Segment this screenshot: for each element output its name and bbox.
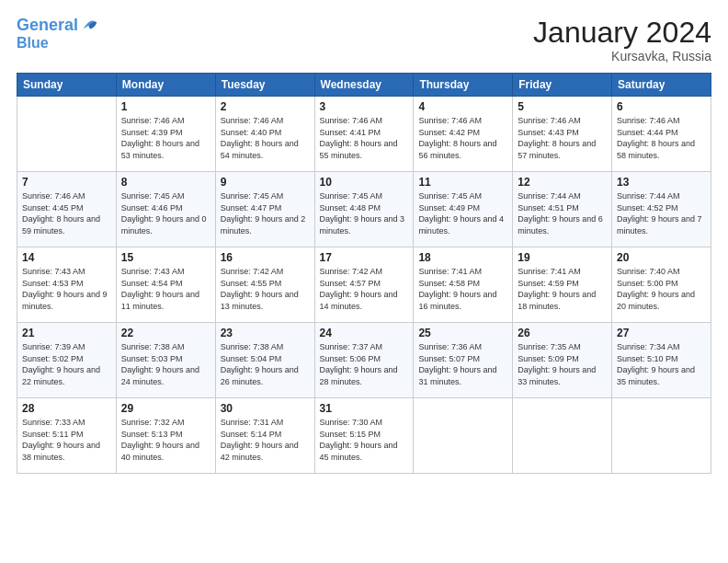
logo-text: General [17, 17, 78, 35]
day-number: 11 [418, 176, 507, 189]
cell-content: Sunrise: 7:46 AMSunset: 4:44 PMDaylight:… [617, 115, 706, 161]
day-number: 18 [418, 251, 507, 264]
day-number: 2 [221, 100, 310, 113]
cell-content: Sunrise: 7:41 AMSunset: 4:59 PMDaylight:… [518, 266, 607, 312]
day-number: 5 [518, 100, 607, 113]
logo-icon [80, 14, 100, 34]
location-text: Kursavka, Russia [533, 49, 711, 63]
day-number: 4 [418, 100, 507, 113]
day-number: 16 [221, 251, 310, 264]
calendar-cell: 11Sunrise: 7:45 AMSunset: 4:49 PMDayligh… [414, 172, 513, 247]
cell-content: Sunrise: 7:43 AMSunset: 4:54 PMDaylight:… [121, 266, 210, 312]
calendar-cell: 6Sunrise: 7:46 AMSunset: 4:44 PMDaylight… [612, 97, 711, 172]
logo-subtext: Blue [17, 35, 100, 52]
day-number: 7 [22, 176, 111, 189]
calendar-cell: 9Sunrise: 7:45 AMSunset: 4:47 PMDaylight… [215, 172, 314, 247]
calendar-cell [612, 398, 711, 474]
cell-content: Sunrise: 7:35 AMSunset: 5:09 PMDaylight:… [518, 341, 607, 387]
cell-content: Sunrise: 7:43 AMSunset: 4:53 PMDaylight:… [22, 266, 111, 312]
day-number: 15 [121, 251, 210, 264]
calendar-cell [414, 398, 513, 474]
cell-content: Sunrise: 7:38 AMSunset: 5:03 PMDaylight:… [121, 341, 210, 387]
day-number: 21 [22, 327, 111, 339]
cell-content: Sunrise: 7:45 AMSunset: 4:48 PMDaylight:… [320, 190, 409, 236]
cell-content: Sunrise: 7:32 AMSunset: 5:13 PMDaylight:… [121, 417, 210, 463]
cell-content: Sunrise: 7:37 AMSunset: 5:06 PMDaylight:… [320, 341, 409, 387]
calendar-page: General Blue January 2024 Kursavka, Russ… [0, 0, 728, 563]
cell-content: Sunrise: 7:34 AMSunset: 5:10 PMDaylight:… [617, 341, 706, 387]
month-title: January 2024 [533, 17, 711, 49]
calendar-cell: 12Sunrise: 7:44 AMSunset: 4:51 PMDayligh… [513, 172, 612, 247]
calendar-cell: 25Sunrise: 7:36 AMSunset: 5:07 PMDayligh… [414, 323, 513, 398]
cell-content: Sunrise: 7:30 AMSunset: 5:15 PMDaylight:… [320, 417, 409, 463]
day-number: 19 [518, 251, 607, 264]
cell-content: Sunrise: 7:46 AMSunset: 4:41 PMDaylight:… [320, 115, 409, 161]
cell-content: Sunrise: 7:33 AMSunset: 5:11 PMDaylight:… [22, 417, 111, 463]
calendar-cell: 26Sunrise: 7:35 AMSunset: 5:09 PMDayligh… [513, 323, 612, 398]
calendar-cell: 7Sunrise: 7:46 AMSunset: 4:45 PMDaylight… [17, 172, 117, 247]
weekday-header-sunday: Sunday [17, 74, 117, 97]
day-number: 6 [617, 100, 706, 113]
calendar-cell: 18Sunrise: 7:41 AMSunset: 4:58 PMDayligh… [414, 247, 513, 323]
calendar-cell [17, 97, 117, 172]
weekday-header-friday: Friday [513, 74, 612, 97]
calendar-cell: 30Sunrise: 7:31 AMSunset: 5:14 PMDayligh… [215, 398, 314, 474]
cell-content: Sunrise: 7:46 AMSunset: 4:45 PMDaylight:… [22, 190, 111, 236]
calendar-cell: 3Sunrise: 7:46 AMSunset: 4:41 PMDaylight… [314, 97, 414, 172]
weekday-header-saturday: Saturday [612, 74, 711, 97]
cell-content: Sunrise: 7:42 AMSunset: 4:57 PMDaylight:… [320, 266, 409, 312]
calendar-cell: 15Sunrise: 7:43 AMSunset: 4:54 PMDayligh… [116, 247, 215, 323]
cell-content: Sunrise: 7:41 AMSunset: 4:58 PMDaylight:… [418, 266, 507, 312]
calendar-cell: 16Sunrise: 7:42 AMSunset: 4:55 PMDayligh… [215, 247, 314, 323]
day-number: 26 [518, 327, 607, 339]
weekday-header-monday: Monday [116, 74, 215, 97]
calendar-cell: 27Sunrise: 7:34 AMSunset: 5:10 PMDayligh… [612, 323, 711, 398]
day-number: 25 [418, 327, 507, 339]
day-number: 13 [617, 176, 706, 189]
title-block: January 2024 Kursavka, Russia [533, 17, 711, 63]
day-number: 29 [121, 402, 210, 415]
day-number: 17 [320, 251, 409, 264]
day-number: 22 [121, 327, 210, 339]
day-number: 28 [22, 402, 111, 415]
day-number: 23 [221, 327, 310, 339]
cell-content: Sunrise: 7:39 AMSunset: 5:02 PMDaylight:… [22, 341, 111, 387]
calendar-cell: 4Sunrise: 7:46 AMSunset: 4:42 PMDaylight… [414, 97, 513, 172]
cell-content: Sunrise: 7:46 AMSunset: 4:42 PMDaylight:… [418, 115, 507, 161]
calendar-cell: 20Sunrise: 7:40 AMSunset: 5:00 PMDayligh… [612, 247, 711, 323]
cell-content: Sunrise: 7:36 AMSunset: 5:07 PMDaylight:… [418, 341, 507, 387]
weekday-header-tuesday: Tuesday [215, 74, 314, 97]
day-number: 24 [320, 327, 409, 339]
calendar-cell: 21Sunrise: 7:39 AMSunset: 5:02 PMDayligh… [17, 323, 117, 398]
cell-content: Sunrise: 7:46 AMSunset: 4:40 PMDaylight:… [221, 115, 310, 161]
day-number: 8 [121, 176, 210, 189]
calendar-cell: 24Sunrise: 7:37 AMSunset: 5:06 PMDayligh… [314, 323, 414, 398]
calendar-cell: 19Sunrise: 7:41 AMSunset: 4:59 PMDayligh… [513, 247, 612, 323]
calendar-cell [513, 398, 612, 474]
day-number: 14 [22, 251, 111, 264]
calendar-cell: 22Sunrise: 7:38 AMSunset: 5:03 PMDayligh… [116, 323, 215, 398]
cell-content: Sunrise: 7:44 AMSunset: 4:52 PMDaylight:… [617, 190, 706, 236]
logo: General Blue [17, 17, 100, 51]
calendar-cell: 29Sunrise: 7:32 AMSunset: 5:13 PMDayligh… [116, 398, 215, 474]
calendar-cell: 1Sunrise: 7:46 AMSunset: 4:39 PMDaylight… [116, 97, 215, 172]
calendar-cell: 23Sunrise: 7:38 AMSunset: 5:04 PMDayligh… [215, 323, 314, 398]
calendar-cell: 28Sunrise: 7:33 AMSunset: 5:11 PMDayligh… [17, 398, 117, 474]
day-number: 3 [320, 100, 409, 113]
cell-content: Sunrise: 7:38 AMSunset: 5:04 PMDaylight:… [221, 341, 310, 387]
day-number: 27 [617, 327, 706, 339]
calendar-cell: 2Sunrise: 7:46 AMSunset: 4:40 PMDaylight… [215, 97, 314, 172]
cell-content: Sunrise: 7:42 AMSunset: 4:55 PMDaylight:… [221, 266, 310, 312]
day-number: 30 [221, 402, 310, 415]
calendar-cell: 8Sunrise: 7:45 AMSunset: 4:46 PMDaylight… [116, 172, 215, 247]
cell-content: Sunrise: 7:44 AMSunset: 4:51 PMDaylight:… [518, 190, 607, 236]
day-number: 12 [518, 176, 607, 189]
calendar-cell: 13Sunrise: 7:44 AMSunset: 4:52 PMDayligh… [612, 172, 711, 247]
cell-content: Sunrise: 7:31 AMSunset: 5:14 PMDaylight:… [221, 417, 310, 463]
cell-content: Sunrise: 7:45 AMSunset: 4:49 PMDaylight:… [418, 190, 507, 236]
cell-content: Sunrise: 7:40 AMSunset: 5:00 PMDaylight:… [617, 266, 706, 312]
day-number: 9 [221, 176, 310, 189]
calendar-cell: 14Sunrise: 7:43 AMSunset: 4:53 PMDayligh… [17, 247, 117, 323]
day-number: 10 [320, 176, 409, 189]
day-number: 20 [617, 251, 706, 264]
